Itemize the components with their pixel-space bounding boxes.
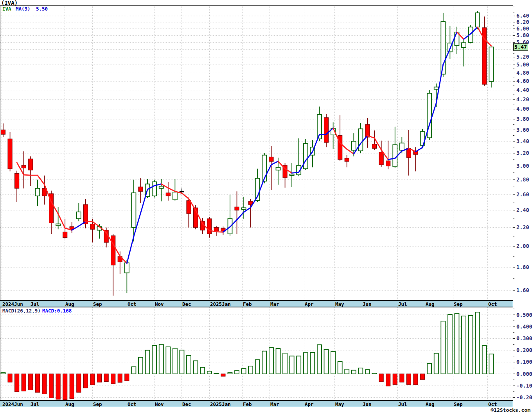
macd-bar-negative: [386, 374, 390, 386]
axis-tick-label: 0.300: [516, 335, 532, 341]
candle-body: [352, 141, 356, 150]
candle-body: [1, 130, 5, 134]
month-label: Oct: [128, 301, 137, 307]
candle-body: [235, 207, 239, 210]
last-price-label: 5.47: [514, 44, 527, 50]
macd-bar-negative: [393, 374, 397, 384]
month-label: May: [335, 301, 344, 307]
candle-body: [462, 43, 466, 47]
month-label: Apr: [305, 401, 314, 407]
axis-tick-label: 1.60: [516, 287, 529, 293]
month-label: Apr: [305, 301, 314, 307]
candle-body: [434, 87, 439, 90]
month-label: Feb: [243, 301, 252, 307]
month-label: Feb: [243, 401, 252, 407]
macd-bar-positive: [304, 353, 308, 374]
macd-bar-positive: [269, 348, 273, 374]
axis-tick-label: 2.80: [516, 176, 529, 183]
macd-bar-positive: [242, 368, 246, 374]
axis-tick-label: 2.20: [516, 224, 529, 230]
macd-bar-positive: [248, 366, 253, 374]
price-legend: IVAMA(3)5.50: [2, 6, 48, 12]
month-label: Oct: [128, 401, 137, 407]
macd-value-label: MACD:0.168: [42, 308, 72, 314]
candle-body: [111, 236, 115, 265]
macd-bar-negative: [83, 374, 88, 388]
macd-bar-positive: [152, 346, 156, 374]
macd-bar-positive: [262, 351, 266, 374]
month-label: Sep: [454, 301, 463, 307]
macd-bar-positive: [187, 356, 191, 374]
candle-body: [83, 205, 88, 224]
price-chart: 6.406.206.005.805.605.205.004.804.604.40…: [0, 5, 532, 300]
month-label: Jul: [398, 401, 407, 407]
macd-bar-negative: [221, 374, 225, 376]
candle-body: [290, 174, 294, 176]
candle-body: [475, 13, 480, 27]
macd-bar-negative: [29, 374, 33, 390]
macd-bar-negative: [421, 374, 425, 379]
candle-body: [207, 219, 212, 234]
macd-params-label: MACD(26,12,9): [2, 308, 41, 314]
macd-bar-negative: [22, 374, 26, 391]
right-axis-line: [513, 5, 513, 407]
candle-body: [138, 187, 143, 191]
macd-bar-positive: [469, 316, 473, 374]
month-label: 2025Jan: [210, 301, 231, 307]
macd-bar-positive: [462, 316, 466, 374]
macd-bar-negative: [90, 374, 95, 385]
candle-body: [77, 212, 81, 219]
candle-body: [125, 263, 129, 273]
month-label: Sep: [93, 401, 102, 407]
watermark: ©12Stocks.com: [491, 407, 530, 413]
macd-bar-negative: [125, 374, 129, 381]
macd-bar-positive: [448, 314, 452, 374]
macd-bar-positive: [138, 357, 143, 374]
macd-bar-positive: [131, 367, 136, 374]
macd-bar-negative: [400, 374, 404, 382]
axis-tick-label: 5.00: [516, 61, 529, 68]
macd-bar-negative: [97, 374, 102, 382]
macd-chart: 0.5000.4000.3000.2000.1000.000-0.100-0.2…: [0, 307, 532, 400]
candle-body: [56, 224, 60, 226]
macd-legend: MACD(26,12,9)MACD:0.168: [2, 308, 72, 314]
stock-chart-page: (IVA) 6.406.206.005.805.605.205.004.804.…: [0, 0, 532, 413]
axis-tick-label: 4.20: [516, 96, 529, 102]
axis-tick-label: -0.100: [516, 382, 532, 389]
month-label: Sep: [93, 301, 102, 307]
candle-body: [159, 186, 164, 189]
month-label: 2024Jun: [2, 401, 23, 407]
month-label: Jun: [363, 301, 372, 307]
macd-bar-positive: [290, 356, 294, 374]
last-price-marker: 5.47: [514, 43, 528, 50]
candle-body: [187, 201, 191, 214]
axis-tick-label: 4.60: [516, 78, 529, 84]
axis-tick-label: 3.80: [516, 116, 529, 122]
macd-bar-positive: [200, 367, 205, 374]
price-frame: [0, 6, 513, 300]
candle-body: [269, 157, 273, 161]
axis-tick-label: 0.100: [516, 359, 532, 365]
symbol-title: (IVA): [1, 0, 18, 5]
legend-ma-value: 5.50: [36, 6, 48, 12]
macd-bar-negative: [15, 374, 19, 391]
candle-body: [173, 192, 177, 200]
macd-bar-negative: [104, 374, 108, 382]
candle-body: [242, 208, 246, 209]
macd-bar-positive: [146, 350, 150, 374]
macd-bar-positive: [324, 349, 329, 374]
axis-tick-label: 5.80: [516, 32, 529, 38]
candle-body: [400, 143, 404, 150]
axis-tick-label: 3.00: [516, 163, 529, 169]
axis-tick-label: 4.00: [516, 106, 529, 112]
axis-tick-label: 2.00: [516, 243, 529, 249]
axis-tick-label: 2.60: [516, 191, 529, 198]
macd-bar-positive: [427, 364, 431, 374]
macd-bar-negative: [35, 374, 40, 392]
macd-bar-positive: [166, 347, 170, 374]
month-label: Jun: [363, 401, 372, 407]
candle-body: [372, 144, 377, 149]
macd-bar-positive: [365, 370, 370, 374]
price-grid: [0, 6, 513, 300]
month-label: Aug: [426, 301, 435, 307]
